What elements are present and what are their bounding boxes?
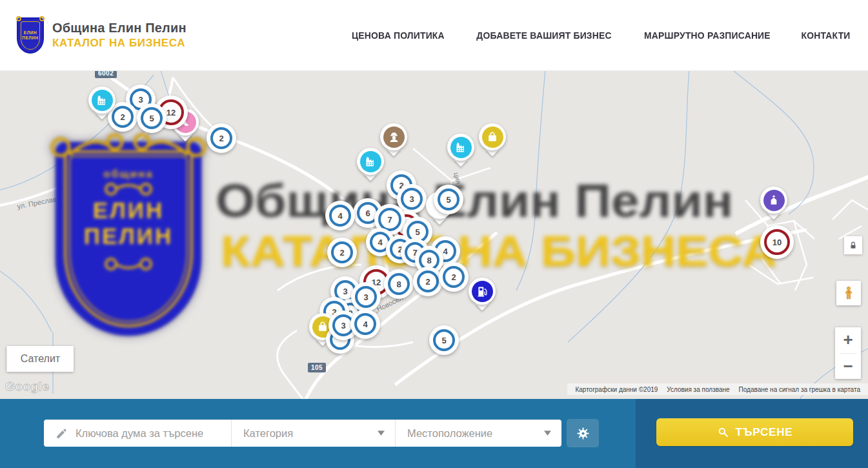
cluster-count: 4 <box>354 313 376 335</box>
chevron-down-icon <box>544 431 551 436</box>
cluster-count: 8 <box>388 273 410 295</box>
google-map[interactable]: 6002 105 ул. Преслав бул. „Новосел ция о… <box>0 71 868 399</box>
bag-icon <box>482 127 503 148</box>
cluster-marker[interactable]: 4 <box>325 201 355 230</box>
site-title: Община Елин Пелин <box>52 21 187 36</box>
cluster-marker[interactable]: 2 <box>413 267 443 296</box>
attribution-copyright: Картографски данни ©2019 <box>570 386 662 393</box>
cluster-count: 3 <box>355 286 377 308</box>
crest-text: ЕЛИН <box>24 30 37 36</box>
worker-icon <box>383 127 405 148</box>
terms-link[interactable]: Условия за ползване <box>662 386 734 393</box>
cluster-count: 5 <box>141 107 163 129</box>
pin-head <box>357 148 384 175</box>
pegman-button[interactable] <box>836 281 861 305</box>
pin-head <box>380 123 407 150</box>
search-icon <box>717 426 729 438</box>
cluster-marker[interactable]: 5 <box>429 325 459 355</box>
municipality-crest-icon: ЕЛИН ПЕЛИН <box>17 17 44 54</box>
worker-pin[interactable] <box>380 123 407 150</box>
report-error-link[interactable]: Подаване на сигнал за грешка в картата <box>734 386 865 393</box>
site-logo[interactable]: ЕЛИН ПЕЛИН Община Елин Пелин КАТАЛОГ НА … <box>17 17 187 54</box>
pegman-icon <box>841 285 856 301</box>
pin-head <box>469 278 496 305</box>
nav-contacts[interactable]: КОНТАКТИ <box>801 30 850 41</box>
location-select[interactable]: Местоположение <box>395 420 561 447</box>
zoom-control: + − <box>835 327 861 379</box>
cluster-marker[interactable]: 5 <box>137 103 167 133</box>
pencil-icon <box>56 427 68 440</box>
factory-icon <box>450 137 472 158</box>
nav-add-business[interactable]: ДОБАВЕТЕ ВАШИЯТ БИЗНЕС <box>476 30 611 41</box>
factory-icon <box>360 151 381 172</box>
keyword-input[interactable] <box>76 427 224 440</box>
cluster-marker[interactable]: 2 <box>327 238 357 267</box>
lock-button[interactable] <box>844 236 862 254</box>
cluster-marker[interactable]: 2 <box>439 262 469 292</box>
search-bar: ТЪРСЕНЕ Категория Местоположение <box>0 399 868 468</box>
pin-head <box>88 86 116 114</box>
chevron-down-icon <box>378 431 385 436</box>
zoom-in-button[interactable]: + <box>835 327 861 353</box>
zoom-out-button[interactable]: − <box>835 354 861 380</box>
pin-head <box>447 134 474 161</box>
map-type-control: Карта Сателит <box>6 346 74 372</box>
settings-button[interactable] <box>567 419 599 447</box>
lock-icon <box>849 241 858 250</box>
fuel-icon <box>472 281 493 302</box>
cluster-marker[interactable]: 8 <box>384 269 414 299</box>
cluster-count: 5 <box>433 329 455 351</box>
fuel-pin[interactable] <box>469 278 496 305</box>
cluster-count: 5 <box>438 188 459 210</box>
cluster-count: 4 <box>329 205 351 227</box>
search-fields: Категория Местоположение <box>44 420 561 447</box>
cluster-marker[interactable]: 4 <box>350 309 380 339</box>
factory-icon <box>92 90 113 111</box>
cluster-count: 2 <box>331 241 353 263</box>
nav-route-schedule[interactable]: МАРШРУТНО РАЗПИСАНИЕ <box>644 30 771 41</box>
site-subtitle: КАТАЛОГ НА БИЗНЕСА <box>52 37 187 50</box>
cluster-count: 3 <box>401 188 423 210</box>
factory-pin[interactable] <box>357 148 384 175</box>
cluster-count: 10 <box>764 229 790 255</box>
cluster-marker[interactable]: 10 <box>760 225 794 259</box>
bag-pin[interactable] <box>479 123 506 150</box>
header: ЕЛИН ПЕЛИН Община Елин Пелин КАТАЛОГ НА … <box>0 0 868 71</box>
pin-head <box>479 123 506 150</box>
google-logo[interactable]: Google <box>5 380 49 394</box>
church-pin[interactable] <box>760 187 787 214</box>
cluster-count: 2 <box>417 270 439 292</box>
nav-pricing-policy[interactable]: ЦЕНОВА ПОЛИТИКА <box>352 30 445 41</box>
church-icon <box>763 190 785 211</box>
category-select[interactable]: Категория <box>231 420 395 447</box>
factory-pin[interactable] <box>447 134 474 161</box>
map-type-satellite-button[interactable]: Сателит <box>6 346 74 372</box>
search-button[interactable]: ТЪРСЕНЕ <box>656 418 853 446</box>
cluster-marker[interactable]: 5 <box>434 185 463 214</box>
cluster-marker[interactable]: 3 <box>351 282 381 312</box>
cluster-count: 2 <box>210 127 232 149</box>
cluster-marker[interactable]: 2 <box>207 123 236 153</box>
map-attribution: Картографски данни ©2019 Условия за полз… <box>567 383 868 395</box>
main-nav: ЦЕНОВА ПОЛИТИКА ДОБАВЕТЕ ВАШИЯТ БИЗНЕС М… <box>350 30 851 41</box>
cluster-count: 2 <box>443 266 465 288</box>
gear-icon <box>576 427 590 440</box>
factory-pin[interactable] <box>88 86 116 114</box>
pin-head <box>760 187 787 214</box>
search-button-panel: ТЪРСЕНЕ <box>636 399 868 468</box>
marker-layer: 1232522356417542274812822383334510 <box>0 71 868 399</box>
